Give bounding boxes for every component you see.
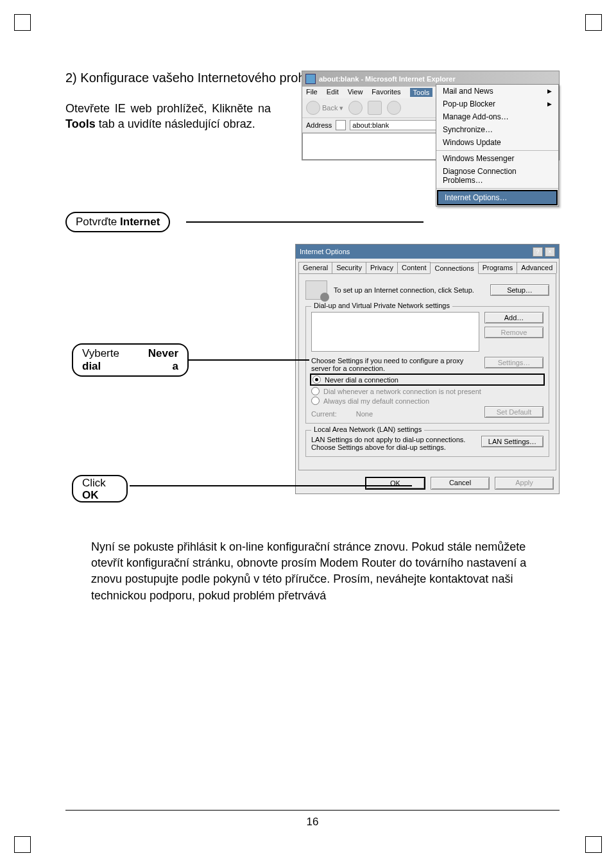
cancel-button[interactable]: Cancel	[431, 477, 490, 490]
tab-privacy[interactable]: Privacy	[366, 262, 398, 273]
dd-update[interactable]: Windows Update	[436, 136, 558, 149]
intro-text-2: tab a uvidíte následující obraz.	[96, 117, 255, 130]
settings-button: Settings…	[484, 357, 543, 368]
io-tabs: General Security Privacy Content Connect…	[296, 259, 559, 273]
back-label: Back	[322, 104, 338, 112]
io-title-text: Internet Options	[300, 248, 350, 255]
lan-fieldset: Local Area Network (LAN) settings LAN Se…	[305, 430, 549, 457]
page-footer: 16	[65, 810, 560, 828]
ie-icon	[305, 74, 316, 84]
tools-dropdown: Mail and News▶ Pop-up Blocker▶ Manage Ad…	[436, 84, 559, 207]
dd-sync[interactable]: Synchronize…	[436, 123, 558, 136]
radio-label: Never dial a connection	[325, 376, 398, 384]
menu-view[interactable]: View	[348, 88, 363, 97]
ie-window: about:blank - Microsoft Internet Explore…	[302, 71, 560, 160]
callout-line	[130, 485, 412, 486]
lan-text: LAN Settings do not apply to dial-up con…	[311, 436, 476, 451]
content-area: 2) Konfigurace vašeho Internetového proh…	[65, 71, 560, 828]
crop-mark-icon	[14, 836, 31, 853]
radio-icon	[311, 397, 320, 405]
callout-never-dial: VyberteNever diala	[72, 343, 189, 377]
crop-mark-icon	[585, 836, 602, 853]
apply-button: Apply	[495, 477, 554, 490]
dd-popup[interactable]: Pop-up Blocker▶	[436, 98, 558, 110]
intro-bold: Tools	[65, 117, 96, 130]
callout-line	[186, 221, 424, 223]
radio-icon	[312, 375, 321, 384]
crop-mark-icon	[14, 14, 31, 31]
page-icon	[336, 120, 346, 130]
tab-general[interactable]: General	[298, 262, 332, 273]
connections-listbox[interactable]	[311, 312, 479, 352]
intro-text: Otevřete IE web prohlížeč, Klikněte na	[65, 102, 271, 115]
callout-bold: Internet	[120, 216, 160, 228]
remove-button: Remove	[484, 327, 543, 338]
radio-dial-no-network[interactable]: Dial whenever a network connection is no…	[311, 387, 543, 395]
io-titlebar: Internet Options ? ×	[296, 245, 559, 259]
tab-programs[interactable]: Programs	[478, 262, 518, 273]
close-icon[interactable]: ×	[545, 247, 555, 257]
dialup-fieldset: Dial-up and Virtual Private Network sett…	[305, 306, 549, 424]
fs1-legend: Dial-up and Virtual Private Network sett…	[311, 302, 452, 309]
dd-diagnose[interactable]: Diagnose Connection Problems…	[436, 165, 558, 187]
current-value: None	[356, 410, 373, 418]
callout-bold: dial	[82, 360, 101, 373]
current-label: Current:	[311, 410, 337, 418]
callout-line	[187, 359, 309, 361]
tab-security[interactable]: Security	[332, 262, 366, 273]
callout-bold: a	[173, 360, 178, 373]
crop-mark-icon	[585, 14, 602, 31]
fs2-legend: Local Area Network (LAN) settings	[311, 425, 424, 433]
menu-file[interactable]: File	[306, 88, 318, 97]
dialog-buttons: OK Cancel Apply	[296, 473, 559, 494]
callout-internet: Potvrďte Internet	[65, 212, 170, 232]
tab-connections[interactable]: Connections	[430, 262, 478, 274]
callout-text: Vyberte	[82, 347, 119, 360]
dd-messenger[interactable]: Windows Messenger	[436, 152, 558, 165]
radio-label: Dial whenever a network connection is no…	[323, 388, 481, 395]
dd-addons[interactable]: Manage Add-ons…	[436, 110, 558, 123]
callout-text: Click	[82, 477, 117, 490]
help-icon[interactable]: ?	[533, 247, 543, 257]
tab-content[interactable]: Content	[397, 262, 431, 273]
add-button[interactable]: Add…	[484, 312, 543, 323]
stop-icon[interactable]	[368, 101, 382, 115]
footer-rule	[65, 810, 560, 811]
intro-paragraph: Otevřete IE web prohlížeč, Klikněte na T…	[65, 101, 271, 132]
ok-button[interactable]: OK	[365, 477, 425, 490]
setup-button[interactable]: Setup…	[490, 284, 549, 296]
set-default-button: Set Default	[484, 406, 543, 418]
chevron-right-icon: ▶	[547, 88, 552, 94]
dd-mail[interactable]: Mail and News▶	[436, 85, 558, 98]
radio-never-dial[interactable]: Never dial a connection	[310, 373, 545, 386]
radio-always-dial[interactable]: Always dial my default connection	[311, 397, 543, 405]
body-paragraph: Nyní se pokuste přihlásit k on-line konf…	[91, 539, 560, 604]
chevron-right-icon: ▶	[547, 101, 552, 107]
ie-title-text: about:blank - Microsoft Internet Explore…	[319, 75, 456, 83]
callout-text: Potvrďte	[76, 216, 120, 228]
menu-tools[interactable]: Tools	[410, 88, 433, 97]
refresh-icon[interactable]	[387, 101, 401, 115]
page: 2) Konfigurace vašeho Internetového proh…	[0, 0, 616, 867]
menu-favorites[interactable]: Favorites	[372, 88, 400, 97]
menu-edit[interactable]: Edit	[327, 88, 339, 97]
radio-icon	[311, 387, 320, 395]
radio-label: Always dial my default connection	[323, 397, 429, 405]
forward-icon[interactable]	[348, 101, 363, 115]
back-icon	[306, 101, 320, 115]
tab-advanced[interactable]: Advanced	[517, 262, 557, 273]
lan-settings-button[interactable]: LAN Settings…	[481, 436, 543, 447]
tab-body: To set up an Internet connection, click …	[298, 273, 556, 470]
back-button[interactable]: Back ▾	[306, 101, 343, 115]
page-number: 16	[65, 816, 560, 828]
connection-icon	[305, 280, 327, 300]
callout-bold: OK	[82, 490, 117, 502]
address-label: Address	[306, 121, 332, 129]
callout-ok: Click OK	[72, 475, 128, 502]
dd-separator	[436, 150, 558, 151]
callout-bold: Never	[148, 347, 178, 360]
internet-options-dialog: Internet Options ? × General Security Pr…	[295, 244, 560, 494]
dd-separator	[436, 188, 558, 189]
proxy-text: Choose Settings if you need to configure…	[311, 357, 479, 372]
dd-internet-options[interactable]: Internet Options…	[437, 190, 558, 205]
